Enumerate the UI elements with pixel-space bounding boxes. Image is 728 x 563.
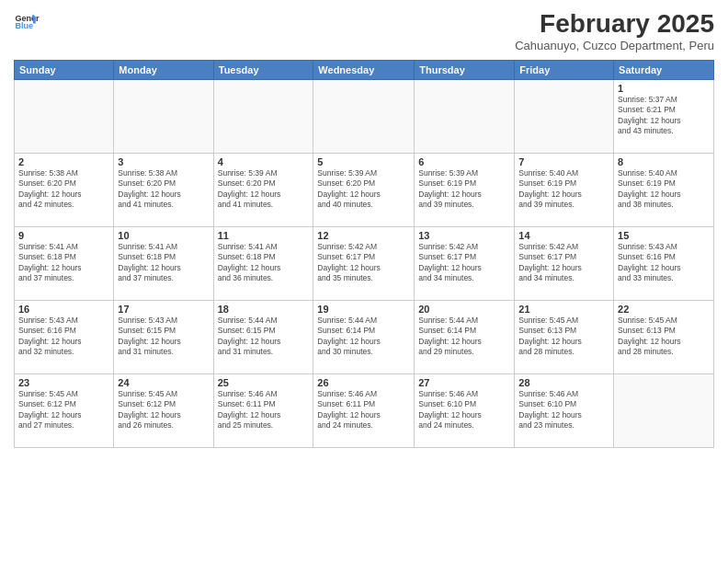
day-number: 1 [618, 83, 710, 94]
day-number: 21 [518, 304, 609, 315]
day-info: Sunrise: 5:46 AM Sunset: 6:11 PM Dayligh… [317, 389, 410, 431]
day-info: Sunrise: 5:41 AM Sunset: 6:18 PM Dayligh… [218, 242, 310, 284]
calendar-cell [415, 80, 515, 154]
day-info: Sunrise: 5:42 AM Sunset: 6:17 PM Dayligh… [317, 242, 410, 284]
calendar-cell: 15Sunrise: 5:43 AM Sunset: 6:16 PM Dayli… [614, 227, 714, 301]
day-number: 4 [218, 156, 310, 167]
day-info: Sunrise: 5:44 AM Sunset: 6:14 PM Dayligh… [317, 316, 410, 358]
day-info: Sunrise: 5:46 AM Sunset: 6:10 PM Dayligh… [418, 389, 510, 431]
calendar-cell: 16Sunrise: 5:43 AM Sunset: 6:16 PM Dayli… [15, 301, 114, 374]
day-number: 15 [618, 230, 710, 241]
calendar-cell: 26Sunrise: 5:46 AM Sunset: 6:11 PM Dayli… [313, 374, 415, 448]
day-number: 14 [518, 230, 609, 241]
day-number: 19 [317, 304, 410, 315]
calendar-cell: 4Sunrise: 5:39 AM Sunset: 6:20 PM Daylig… [213, 154, 313, 227]
day-info: Sunrise: 5:43 AM Sunset: 6:16 PM Dayligh… [18, 316, 109, 358]
svg-text:Blue: Blue [15, 21, 33, 30]
calendar-cell: 19Sunrise: 5:44 AM Sunset: 6:14 PM Dayli… [313, 301, 415, 374]
calendar-cell [515, 80, 614, 154]
calendar-cell: 7Sunrise: 5:40 AM Sunset: 6:19 PM Daylig… [515, 154, 614, 227]
day-info: Sunrise: 5:40 AM Sunset: 6:19 PM Dayligh… [618, 168, 710, 211]
day-info: Sunrise: 5:42 AM Sunset: 6:17 PM Dayligh… [418, 242, 510, 284]
page-title: February 2025 [515, 9, 714, 39]
day-number: 23 [18, 377, 109, 388]
day-number: 22 [618, 304, 710, 315]
day-info: Sunrise: 5:43 AM Sunset: 6:16 PM Dayligh… [618, 242, 710, 284]
day-number: 20 [418, 304, 510, 315]
day-number: 9 [18, 230, 109, 241]
weekday-header: Sunday [15, 61, 114, 80]
day-info: Sunrise: 5:39 AM Sunset: 6:20 PM Dayligh… [317, 168, 410, 211]
weekday-header-row: SundayMondayTuesdayWednesdayThursdayFrid… [15, 61, 714, 80]
day-info: Sunrise: 5:45 AM Sunset: 6:13 PM Dayligh… [518, 316, 609, 358]
day-info: Sunrise: 5:39 AM Sunset: 6:19 PM Dayligh… [418, 168, 510, 211]
calendar-cell: 9Sunrise: 5:41 AM Sunset: 6:18 PM Daylig… [15, 227, 114, 301]
day-info: Sunrise: 5:43 AM Sunset: 6:15 PM Dayligh… [118, 316, 209, 358]
calendar-cell: 18Sunrise: 5:44 AM Sunset: 6:15 PM Dayli… [213, 301, 313, 374]
day-number: 13 [418, 230, 510, 241]
calendar-cell [114, 80, 213, 154]
calendar-cell: 8Sunrise: 5:40 AM Sunset: 6:19 PM Daylig… [614, 154, 714, 227]
calendar-cell: 6Sunrise: 5:39 AM Sunset: 6:19 PM Daylig… [415, 154, 515, 227]
day-info: Sunrise: 5:44 AM Sunset: 6:14 PM Dayligh… [418, 316, 510, 358]
day-number: 17 [118, 304, 209, 315]
logo: General Blue [14, 9, 40, 35]
calendar-table: SundayMondayTuesdayWednesdayThursdayFrid… [14, 60, 714, 448]
day-number: 11 [218, 230, 310, 241]
calendar-cell: 14Sunrise: 5:42 AM Sunset: 6:17 PM Dayli… [515, 227, 614, 301]
day-info: Sunrise: 5:38 AM Sunset: 6:20 PM Dayligh… [18, 168, 109, 211]
day-info: Sunrise: 5:41 AM Sunset: 6:18 PM Dayligh… [18, 242, 109, 284]
day-info: Sunrise: 5:44 AM Sunset: 6:15 PM Dayligh… [218, 316, 310, 358]
day-info: Sunrise: 5:42 AM Sunset: 6:17 PM Dayligh… [518, 242, 609, 284]
calendar-cell: 17Sunrise: 5:43 AM Sunset: 6:15 PM Dayli… [114, 301, 213, 374]
day-number: 18 [218, 304, 310, 315]
title-block: February 2025 Cahuanuyo, Cuzco Departmen… [515, 9, 714, 52]
calendar-cell: 28Sunrise: 5:46 AM Sunset: 6:10 PM Dayli… [515, 374, 614, 448]
calendar-week-row: 2Sunrise: 5:38 AM Sunset: 6:20 PM Daylig… [15, 154, 714, 227]
day-info: Sunrise: 5:45 AM Sunset: 6:12 PM Dayligh… [18, 389, 109, 431]
day-number: 26 [317, 377, 410, 388]
page-header: General Blue February 2025 Cahuanuyo, Cu… [14, 9, 714, 52]
calendar-cell: 1Sunrise: 5:37 AM Sunset: 6:21 PM Daylig… [614, 80, 714, 154]
day-number: 7 [518, 156, 609, 167]
day-number: 16 [18, 304, 109, 315]
weekday-header: Wednesday [313, 61, 415, 80]
calendar-cell: 24Sunrise: 5:45 AM Sunset: 6:12 PM Dayli… [114, 374, 213, 448]
day-number: 27 [418, 377, 510, 388]
day-number: 28 [518, 377, 609, 388]
logo-icon: General Blue [14, 9, 40, 35]
calendar-cell: 11Sunrise: 5:41 AM Sunset: 6:18 PM Dayli… [213, 227, 313, 301]
weekday-header: Tuesday [213, 61, 313, 80]
calendar-cell [213, 80, 313, 154]
calendar-week-row: 1Sunrise: 5:37 AM Sunset: 6:21 PM Daylig… [15, 80, 714, 154]
day-number: 10 [118, 230, 209, 241]
day-info: Sunrise: 5:46 AM Sunset: 6:11 PM Dayligh… [218, 389, 310, 431]
weekday-header: Friday [515, 61, 614, 80]
day-number: 25 [218, 377, 310, 388]
calendar-cell [313, 80, 415, 154]
calendar-cell: 22Sunrise: 5:45 AM Sunset: 6:13 PM Dayli… [614, 301, 714, 374]
calendar-week-row: 16Sunrise: 5:43 AM Sunset: 6:16 PM Dayli… [15, 301, 714, 374]
day-number: 8 [618, 156, 710, 167]
calendar-cell: 2Sunrise: 5:38 AM Sunset: 6:20 PM Daylig… [15, 154, 114, 227]
day-info: Sunrise: 5:46 AM Sunset: 6:10 PM Dayligh… [518, 389, 609, 431]
day-number: 6 [418, 156, 510, 167]
day-number: 5 [317, 156, 410, 167]
day-info: Sunrise: 5:38 AM Sunset: 6:20 PM Dayligh… [118, 168, 209, 211]
day-info: Sunrise: 5:41 AM Sunset: 6:18 PM Dayligh… [118, 242, 209, 284]
day-number: 2 [18, 156, 109, 167]
calendar-cell: 27Sunrise: 5:46 AM Sunset: 6:10 PM Dayli… [415, 374, 515, 448]
calendar-week-row: 9Sunrise: 5:41 AM Sunset: 6:18 PM Daylig… [15, 227, 714, 301]
weekday-header: Monday [114, 61, 213, 80]
calendar-cell [15, 80, 114, 154]
day-info: Sunrise: 5:45 AM Sunset: 6:12 PM Dayligh… [118, 389, 209, 431]
calendar-cell: 25Sunrise: 5:46 AM Sunset: 6:11 PM Dayli… [213, 374, 313, 448]
calendar-cell: 5Sunrise: 5:39 AM Sunset: 6:20 PM Daylig… [313, 154, 415, 227]
weekday-header: Saturday [614, 61, 714, 80]
calendar-cell: 12Sunrise: 5:42 AM Sunset: 6:17 PM Dayli… [313, 227, 415, 301]
calendar-cell: 23Sunrise: 5:45 AM Sunset: 6:12 PM Dayli… [15, 374, 114, 448]
day-info: Sunrise: 5:40 AM Sunset: 6:19 PM Dayligh… [518, 168, 609, 211]
day-number: 24 [118, 377, 209, 388]
day-info: Sunrise: 5:39 AM Sunset: 6:20 PM Dayligh… [218, 168, 310, 211]
calendar-cell [614, 374, 714, 448]
